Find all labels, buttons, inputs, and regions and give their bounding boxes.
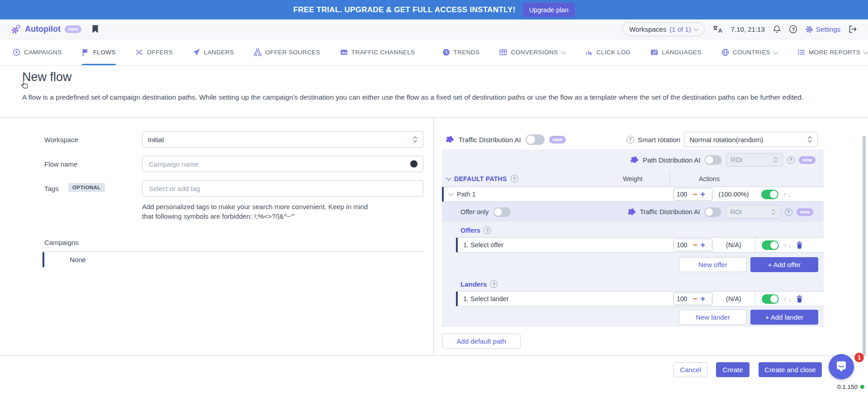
- chevron-down-icon: [863, 49, 868, 54]
- offer-only-row: Offer only Traffic Distribution AI ROI ?…: [442, 202, 824, 222]
- path-actions: ↑ ↓: [755, 187, 824, 201]
- chat-widget-button[interactable]: [829, 354, 854, 379]
- paths-table-header: DEFAULT PATHS ? Weight Actions: [442, 171, 824, 187]
- new-offer-button[interactable]: New offer: [679, 257, 747, 272]
- offer-enabled-toggle[interactable]: [762, 240, 779, 250]
- offer-name: 1. Select offer: [463, 241, 503, 249]
- lander-enabled-toggle[interactable]: [762, 294, 779, 304]
- move-down-icon[interactable]: ↓: [788, 191, 792, 198]
- brand-title[interactable]: Autopilot: [25, 24, 61, 34]
- delete-trash-icon[interactable]: [796, 295, 803, 303]
- move-up-icon[interactable]: ↑: [783, 191, 787, 198]
- nav-item-offers[interactable]: OFFERS: [136, 39, 173, 65]
- offer-only-control: Offer only: [460, 207, 511, 217]
- add-offer-button[interactable]: + Add offer: [750, 257, 818, 272]
- help-icon[interactable]: ?: [490, 280, 498, 288]
- help-icon[interactable]: ?: [626, 136, 634, 144]
- help-icon[interactable]: ?: [787, 156, 795, 164]
- help-icon[interactable]: ?: [511, 175, 518, 182]
- smart-rotation-select[interactable]: Normal rotation(random): [684, 132, 818, 147]
- collapse-chevron-icon: [446, 175, 451, 180]
- path-row[interactable]: Path 1 − + (100.00%) ↑ ↓: [442, 187, 824, 202]
- tags-input[interactable]: [148, 184, 417, 193]
- nav-item-offer-sources[interactable]: OFFER SOURCES: [254, 39, 320, 65]
- weight-minus-button[interactable]: −: [693, 241, 697, 249]
- help-icon[interactable]: ?: [484, 226, 491, 234]
- cancel-button[interactable]: Cancel: [673, 362, 708, 377]
- traffic-distribution-ai-row: Traffic Distribution AI new: [446, 131, 566, 148]
- collapse-chevron-icon[interactable]: [448, 191, 453, 196]
- datetime-label: 7.10, 21:13: [731, 25, 765, 33]
- add-default-path-button[interactable]: Add default path: [442, 334, 521, 349]
- nav-item-traffic-channels[interactable]: Ad TRAFFIC CHANNELS: [340, 39, 415, 65]
- create-button[interactable]: Create: [716, 362, 749, 377]
- logout-icon[interactable]: [848, 25, 857, 34]
- select-stepper-icon: [773, 157, 778, 163]
- vertical-scrollbar[interactable]: [863, 136, 866, 357]
- nav-item-trends[interactable]: TRENDS: [442, 39, 480, 65]
- path-row-controls: − + (100.00%) ↑ ↓: [674, 187, 824, 201]
- nav-item-landers[interactable]: LANDERS: [193, 39, 234, 65]
- nav-item-click-log[interactable]: CLICK LOG: [585, 39, 631, 65]
- chevron-down-icon: [773, 49, 778, 54]
- notifications-bell-icon[interactable]: [773, 25, 781, 34]
- path-ai-metric-select[interactable]: ROI: [726, 153, 783, 167]
- path-enabled-toggle[interactable]: [761, 190, 778, 199]
- tags-field: [142, 180, 423, 196]
- path-traffic-ai-label: Traffic Distribution AI: [640, 208, 700, 216]
- move-up-icon[interactable]: ↑: [783, 242, 787, 249]
- add-lander-button[interactable]: + Add lander: [750, 310, 818, 325]
- offer-only-toggle[interactable]: [493, 207, 511, 217]
- create-and-close-button[interactable]: Create and close: [759, 362, 822, 377]
- nav-item-languages[interactable]: A LANGUAGES: [650, 39, 702, 65]
- weight-input[interactable]: [677, 241, 689, 249]
- help-icon[interactable]: ?: [785, 208, 792, 216]
- nav-item-campaigns[interactable]: CAMPAIGNS: [13, 39, 62, 65]
- lander-row[interactable]: 1. Select lander − + (N/A) ↑ ↓: [456, 291, 824, 307]
- settings-button[interactable]: Settings: [805, 25, 840, 34]
- move-down-icon[interactable]: ↓: [788, 296, 792, 302]
- offer-row-controls: − + (N/A) ↑ ↓: [674, 238, 824, 252]
- ai-brain-icon: [630, 156, 639, 164]
- delete-trash-icon[interactable]: [796, 241, 803, 249]
- nav-item-more-reports[interactable]: MORE REPORTS: [797, 39, 868, 65]
- path-traffic-ai-metric-select[interactable]: ROI: [726, 205, 781, 219]
- chat-bubble-icon: [835, 361, 848, 373]
- svg-text:A: A: [653, 50, 656, 55]
- traffic-channels-ad-icon: Ad: [340, 48, 348, 56]
- path-ai-metric-value: ROI: [731, 156, 743, 163]
- trends-clock-icon: [442, 48, 450, 56]
- app-window: FREE TRIAL. UPGRADE & GET FULL ACCESS IN…: [0, 0, 868, 393]
- select-stepper-icon: [807, 136, 812, 143]
- campaigns-icon: [13, 48, 20, 56]
- flow-color-picker[interactable]: [410, 160, 417, 168]
- default-paths-title[interactable]: DEFAULT PATHS ?: [447, 175, 518, 182]
- workspaces-dropdown[interactable]: Workspaces (1 of 1): [622, 22, 705, 36]
- new-lander-button[interactable]: New lander: [679, 310, 747, 325]
- upgrade-plan-button[interactable]: Upgrade plan: [523, 3, 575, 17]
- path-traffic-ai-toggle[interactable]: [704, 207, 721, 217]
- workspace-select[interactable]: Initial: [142, 131, 423, 148]
- nav-item-conversions[interactable]: CONVERSIONS: [499, 39, 565, 65]
- mouse-cursor: [21, 81, 28, 91]
- weight-minus-button[interactable]: −: [693, 190, 697, 198]
- bookmark-icon[interactable]: [92, 25, 99, 34]
- nav-item-flows[interactable]: FLOWS: [82, 39, 116, 65]
- weight-plus-button[interactable]: +: [701, 190, 706, 198]
- path-ai-label: Path Distribution AI: [643, 156, 701, 164]
- offer-row[interactable]: 1. Select offer − + (N/A) ↑ ↓: [456, 237, 824, 253]
- weight-plus-button[interactable]: +: [701, 295, 706, 303]
- weight-input[interactable]: [677, 191, 689, 198]
- nav-item-countries[interactable]: COUNTRIES: [721, 39, 778, 65]
- translate-icon[interactable]: A: [712, 25, 723, 34]
- help-icon[interactable]: ?: [789, 25, 797, 34]
- weight-minus-button[interactable]: −: [693, 295, 697, 303]
- countries-globe-icon: [721, 48, 729, 56]
- weight-input[interactable]: [677, 295, 689, 302]
- move-up-icon[interactable]: ↑: [783, 296, 787, 302]
- weight-plus-button[interactable]: +: [701, 241, 706, 249]
- path-ai-toggle[interactable]: [705, 155, 722, 165]
- move-down-icon[interactable]: ↓: [788, 242, 792, 249]
- traffic-ai-toggle[interactable]: [526, 134, 545, 145]
- flow-name-input[interactable]: [148, 160, 410, 168]
